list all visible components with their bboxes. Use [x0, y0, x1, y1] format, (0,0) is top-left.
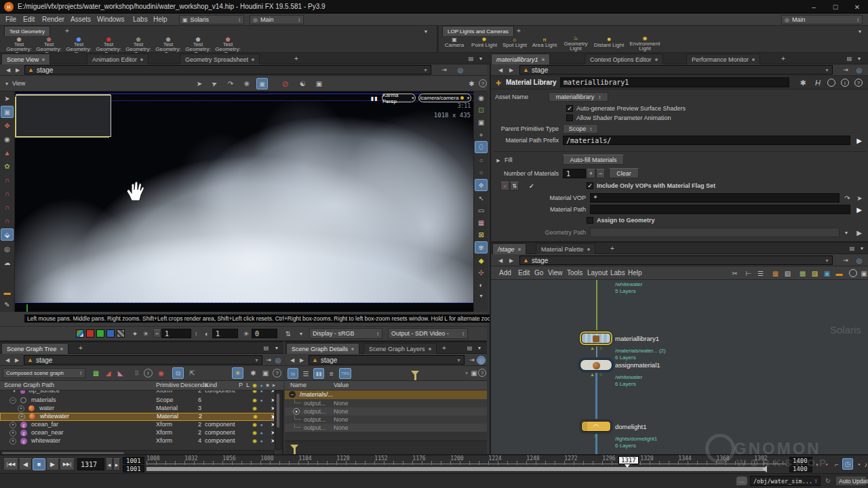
snap-prim-icon[interactable]: ∩	[0, 200, 14, 214]
output-colorspace-select[interactable]: Output - SDR Video -↕	[388, 328, 468, 339]
net-menu-layout[interactable]: Layout	[587, 269, 608, 277]
play-button[interactable]: ▶	[46, 458, 59, 470]
net-menu-help[interactable]: Help	[628, 269, 642, 277]
tab-close-icon[interactable]	[655, 58, 658, 61]
net-shelf-icon[interactable]: ▬	[834, 268, 844, 278]
net-menu-labs[interactable]: Labs	[610, 269, 625, 277]
autofill-button[interactable]: Auto-fill Materials	[563, 155, 624, 165]
shelf-tool-test-geometry-c[interactable]: ⬟ Test Geometry: C...	[4, 37, 34, 52]
radial-menu-icon[interactable]: ◎	[854, 66, 864, 74]
update-mode-select[interactable]: Auto Update ↕	[835, 476, 867, 486]
view-collapse-icon[interactable]: ▾	[3, 79, 10, 87]
desktop-selector[interactable]: ▣ Solaris ↕	[179, 15, 244, 24]
details-row[interactable]: output... None	[285, 415, 487, 424]
lock-camera-icon[interactable]: ▣	[474, 116, 488, 128]
chevron-down-icon[interactable]: ▼	[423, 68, 428, 73]
mat-vop-field[interactable]: *	[590, 193, 840, 203]
audio-icon[interactable]: ♪	[863, 459, 868, 470]
follow-selection-icon[interactable]: ⇱	[187, 368, 197, 378]
net-color-icon[interactable]: ▣	[822, 268, 832, 278]
tab-geometry-spreadsheet[interactable]: Geometry Spreadsheet	[180, 54, 260, 64]
forward-icon[interactable]: ▶	[298, 356, 306, 364]
tree-row-selected[interactable]: + whitewater Material 2 ◉ ➤	[0, 413, 274, 421]
pane-dropdown-icon[interactable]: ▼	[855, 54, 863, 63]
pane-dropdown-icon[interactable]: ▼	[273, 344, 281, 352]
minimize-button[interactable]: –	[807, 1, 821, 12]
forward-icon[interactable]: ▶	[507, 256, 515, 264]
expander-icon[interactable]: −	[9, 397, 16, 404]
menu-help[interactable]: Help	[153, 16, 167, 23]
col-descendants[interactable]: Descenda	[180, 382, 208, 388]
shelf-tool-distant-light[interactable]: ✹ Distant Light	[593, 37, 625, 52]
lut-dropdown-icon[interactable]: ▼	[297, 329, 305, 338]
channel-green-button[interactable]	[96, 329, 104, 338]
expander-icon[interactable]: +	[18, 405, 24, 412]
current-node-path-select[interactable]: /obj/water_sim... ↕	[750, 476, 821, 486]
tab-close-icon[interactable]	[140, 58, 143, 61]
add-pane-tab-button[interactable]: +	[292, 54, 301, 63]
allow-anim-checkbox[interactable]	[566, 115, 573, 121]
background-icon[interactable]: ✦	[130, 329, 140, 338]
main-selector[interactable]: ◎ Main ↕	[250, 15, 304, 24]
active-toggle[interactable]: ◉	[252, 421, 258, 428]
col-primitive[interactable]: Primitive	[156, 382, 180, 388]
reorder-entry-button[interactable]: ⇅	[510, 182, 519, 190]
transform-icon[interactable]: ✿	[0, 159, 14, 173]
xray-icon[interactable]: ⊠	[474, 228, 488, 241]
realtime-toggle-icon[interactable]: ◷	[842, 458, 853, 470]
pane-dropdown-icon[interactable]: ▼	[475, 344, 484, 352]
gamma-field[interactable]: 1	[161, 329, 191, 338]
forward-icon[interactable]: ▶	[13, 356, 21, 364]
net-menu-view[interactable]: View	[548, 269, 563, 277]
tab-close-icon[interactable]	[60, 348, 63, 350]
pin-icon[interactable]: ⇥	[264, 356, 273, 364]
select-toggle[interactable]: ➤	[269, 437, 274, 445]
net-menu-edit[interactable]: Edit	[518, 269, 530, 277]
pin-icon[interactable]: ⇥	[841, 66, 850, 74]
tab-context-options-editor[interactable]: Context Options Editor	[585, 54, 663, 64]
expander-icon[interactable]: ▾	[11, 390, 18, 394]
shelf-tool-test-geometry-t1[interactable]: ⬟ Test Geometry: T...	[153, 37, 183, 52]
tab-close-icon[interactable]	[351, 348, 354, 350]
chevron-down-icon[interactable]: ▼	[254, 358, 259, 363]
info-icon[interactable]: i	[144, 369, 153, 378]
menu-assets[interactable]: Assets	[71, 16, 91, 23]
back-icon[interactable]: ◀	[496, 66, 505, 74]
chevron-down-icon[interactable]: ▼	[825, 258, 829, 263]
snowflake-icon[interactable]: ✳	[232, 367, 243, 379]
expander-icon[interactable]: +	[9, 430, 16, 436]
current-frame-field[interactable]: 1317	[77, 458, 104, 470]
forward-icon[interactable]: ▶	[14, 66, 22, 74]
shelf-tool-geometry-light[interactable]: ♨ Geometry Light	[560, 35, 591, 52]
shelf-tool-camera[interactable]: ▣ Camera	[441, 37, 468, 52]
no-entry-icon[interactable]: ⊘	[279, 78, 291, 89]
expander-icon[interactable]: +	[18, 413, 25, 420]
visibility-icon[interactable]: ◉	[474, 92, 488, 104]
tree-row[interactable]: + c ocean_near Xform 2 component ◉ ● ➤	[0, 429, 274, 437]
path-chooser-icon[interactable]: ▶	[854, 205, 864, 214]
help-icon[interactable]: ?	[478, 369, 486, 377]
render-view-icon[interactable]: ☯	[297, 78, 309, 89]
headlight-icon[interactable]: ⬯	[475, 141, 488, 153]
col-value[interactable]: Value	[334, 382, 349, 388]
pane-menu-icon[interactable]: ▤	[262, 344, 271, 352]
include-vops-checkbox[interactable]: ✓	[587, 182, 593, 189]
menu-labs[interactable]: Labs	[133, 16, 148, 23]
channel-rgb-button[interactable]	[76, 329, 84, 338]
tab-scene-view[interactable]: Scene View	[1, 54, 50, 64]
normals-icon[interactable]: ✣	[474, 266, 488, 279]
autogen-checkbox[interactable]: ✓	[566, 105, 573, 112]
shelf-tool-test-geometry-s2[interactable]: ⬟ Test Geometry: S...	[123, 37, 153, 52]
go-end-button[interactable]: ▶▶|	[60, 458, 75, 470]
frame-back-button[interactable]: ◀	[106, 458, 113, 470]
pane-dropdown-icon[interactable]: ▼	[477, 54, 485, 63]
handles-tool-icon[interactable]: ↷	[225, 79, 236, 89]
select-visible-icon[interactable]: ⊡	[474, 104, 488, 116]
radial-menu-icon[interactable]: ◎	[854, 256, 864, 264]
select-toggle[interactable]: ➤	[269, 396, 274, 404]
col-l[interactable]: L	[246, 382, 250, 388]
add-pane-tab-button[interactable]: +	[439, 344, 449, 352]
exposure-field[interactable]: 0	[252, 329, 277, 338]
entry-check-icon[interactable]: ✓	[528, 182, 536, 190]
pause-render-icon[interactable]: ▮▮	[370, 94, 379, 102]
